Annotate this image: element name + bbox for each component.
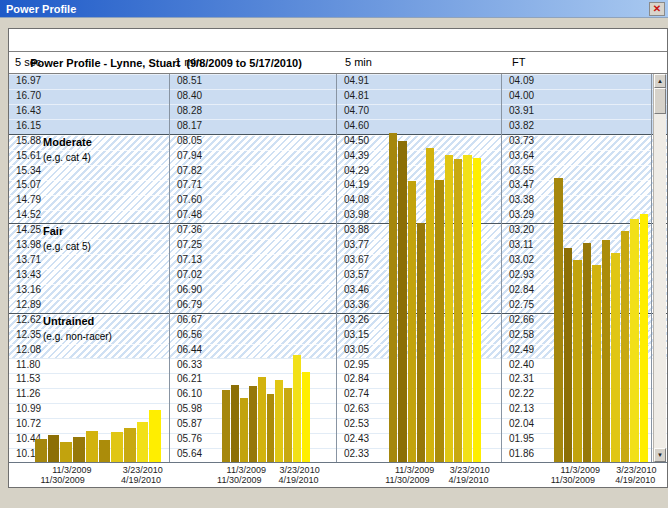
scale-value: 03.26	[344, 313, 369, 328]
bar[interactable]	[60, 442, 72, 462]
scale-value: 03.88	[344, 223, 369, 238]
bar[interactable]	[417, 223, 425, 462]
bar[interactable]	[249, 386, 257, 462]
bar[interactable]	[583, 243, 592, 462]
bar[interactable]	[222, 390, 230, 462]
bar[interactable]	[630, 219, 639, 462]
zone-label-fair: Fair	[43, 224, 63, 239]
column-1-min: 08.5108.4008.2808.1708.0507.9407.8207.71…	[170, 74, 337, 462]
scale-value: 07.71	[177, 178, 202, 193]
scale-value: 07.48	[177, 208, 202, 223]
scale-value: 03.11	[509, 238, 533, 253]
scale-value: 05.64	[177, 447, 202, 462]
date-tick-label: 11/30/2009	[551, 475, 595, 485]
date-tick-label: 3/23/2010	[616, 465, 656, 475]
bar[interactable]	[611, 253, 620, 462]
bar[interactable]	[398, 141, 406, 462]
scale-value: 08.51	[177, 74, 202, 89]
scale-value: 03.15	[344, 328, 369, 343]
bar[interactable]	[99, 440, 111, 462]
bar[interactable]	[554, 178, 563, 462]
bar[interactable]	[302, 372, 310, 462]
close-button[interactable]: ✕	[649, 2, 665, 16]
bar[interactable]	[445, 155, 453, 462]
bar[interactable]	[35, 439, 47, 462]
scale-value: 02.04	[509, 417, 534, 432]
up-arrow-icon: ▲	[657, 78, 663, 84]
window-titlebar[interactable]: Power Profile ✕	[0, 0, 668, 18]
bar[interactable]	[426, 148, 434, 462]
scale-value: 03.98	[344, 208, 369, 223]
bar-group-5-sec	[35, 74, 161, 462]
scale-value: 01.95	[509, 432, 534, 447]
bar[interactable]	[435, 180, 443, 462]
bar[interactable]	[48, 435, 60, 462]
bar[interactable]	[284, 388, 292, 462]
bar-group-FT	[554, 74, 648, 462]
scale-value: 02.95	[344, 358, 369, 373]
scale-value: 02.84	[509, 283, 534, 298]
bar[interactable]	[267, 394, 275, 462]
bar[interactable]	[640, 214, 649, 462]
bar[interactable]	[564, 248, 573, 462]
column-5-sec: 16.9716.7016.4316.1515.8815.6115.3415.07…	[9, 74, 170, 462]
scale-value: 05.98	[177, 402, 202, 417]
bar-group-1-min	[222, 74, 310, 462]
bar[interactable]	[293, 355, 301, 462]
bar[interactable]	[258, 377, 266, 462]
window-title: Power Profile	[6, 3, 649, 15]
date-tick-label: 4/19/2010	[278, 475, 318, 485]
bar[interactable]	[473, 158, 481, 462]
bar[interactable]	[137, 422, 149, 462]
scale-value: 03.57	[344, 268, 369, 283]
scale-value: 08.05	[177, 134, 202, 149]
bar[interactable]	[111, 432, 123, 462]
bar[interactable]	[454, 159, 462, 462]
date-tick-label: 11/30/2009	[385, 475, 429, 485]
axis-labels-FT: 11/3/20093/23/201011/30/20094/19/2010	[540, 463, 662, 486]
scale-value: 07.25	[177, 238, 202, 253]
scale-value: 03.46	[344, 283, 369, 298]
bar[interactable]	[389, 133, 397, 462]
scale-value: 06.44	[177, 343, 202, 358]
scroll-up-button[interactable]: ▲	[654, 74, 666, 88]
scale-value: 02.63	[344, 402, 369, 417]
bar[interactable]	[275, 380, 283, 462]
scale-value: 07.82	[177, 164, 202, 179]
scale-value: 03.29	[509, 208, 534, 223]
bar[interactable]	[621, 231, 630, 462]
bar[interactable]	[149, 410, 161, 462]
bar[interactable]	[86, 431, 98, 462]
bar[interactable]	[463, 155, 471, 462]
scale-value: 04.81	[344, 89, 369, 104]
scroll-down-button[interactable]: ▼	[654, 448, 666, 462]
scale-value: 02.66	[509, 313, 534, 328]
scale-value: 02.43	[344, 432, 369, 447]
bar[interactable]	[602, 240, 611, 462]
column-5-min: 04.9104.8104.7004.6004.5004.3904.2904.19…	[337, 74, 502, 462]
scale-value: 02.31	[509, 372, 534, 387]
bar[interactable]	[240, 398, 248, 462]
power-profile-chart: ▲ ▼ 16.9716.7016.4316.1515.8815.6115.341…	[9, 74, 667, 463]
bar[interactable]	[592, 265, 601, 462]
bar[interactable]	[573, 260, 582, 462]
bar-group-5-min	[389, 74, 481, 462]
bar[interactable]	[408, 181, 416, 462]
zone-label-untrained: Untrained	[43, 314, 94, 329]
scale-value: 06.90	[177, 283, 202, 298]
bar[interactable]	[73, 437, 85, 462]
scrollbar-track[interactable]	[654, 114, 666, 448]
scale-value: 02.53	[344, 417, 369, 432]
scale-value: 06.21	[177, 372, 202, 387]
scale-value: 04.39	[344, 149, 369, 164]
scale-value: 08.40	[177, 89, 202, 104]
scale-value: 03.47	[509, 178, 534, 193]
bar[interactable]	[124, 428, 136, 462]
scale-value: 03.20	[509, 223, 534, 238]
vertical-scrollbar[interactable]: ▲ ▼	[653, 74, 666, 462]
scrollbar-thumb[interactable]	[654, 88, 666, 114]
bar[interactable]	[231, 385, 239, 462]
scale-value: 04.08	[344, 193, 369, 208]
scale-value: 03.64	[509, 149, 534, 164]
column-header-5-min: 5 min	[345, 56, 372, 68]
